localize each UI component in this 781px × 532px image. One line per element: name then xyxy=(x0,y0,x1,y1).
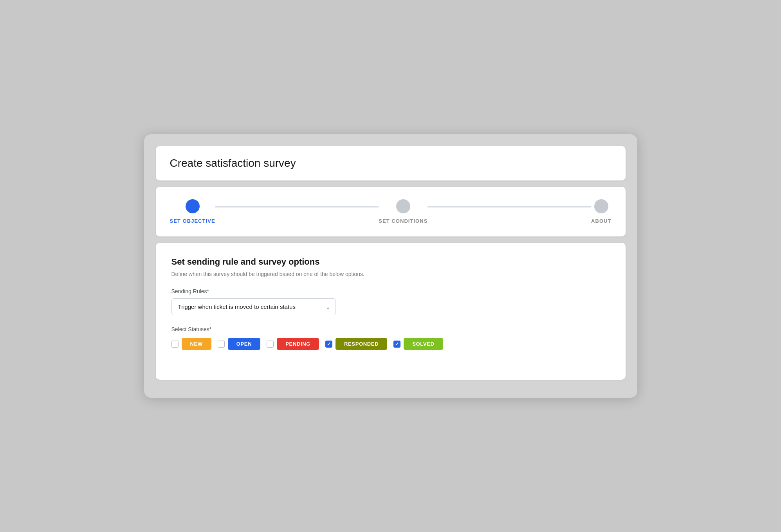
step-line-1 xyxy=(215,206,379,207)
status-checkbox-new[interactable] xyxy=(171,341,179,348)
sending-rules-select-wrapper: Trigger when ticket is moved to certain … xyxy=(171,298,336,315)
status-checkbox-solved[interactable] xyxy=(393,341,400,348)
sending-rules-label: Sending Rules* xyxy=(171,288,610,294)
statuses-row: NEW OPEN PENDING RESPONDED SOLVED xyxy=(171,338,610,350)
status-checkbox-open[interactable] xyxy=(218,341,225,348)
status-item-solved: SOLVED xyxy=(393,338,443,350)
status-checkbox-pending[interactable] xyxy=(267,341,274,348)
form-description: Define when this survey should be trigge… xyxy=(171,271,610,277)
step-2-label: SET CONDITIONS xyxy=(379,218,427,224)
step-2[interactable]: SET CONDITIONS xyxy=(379,199,427,224)
page-title: Create satisfaction survey xyxy=(170,157,611,170)
step-3[interactable]: ABOUT xyxy=(591,199,611,224)
step-1[interactable]: SET OBJECTIVE xyxy=(170,199,215,224)
status-badge-pending[interactable]: PENDING xyxy=(277,338,319,350)
steps-container: SET OBJECTIVE SET CONDITIONS ABOUT xyxy=(170,199,611,224)
status-item-pending: PENDING xyxy=(267,338,319,350)
status-badge-new[interactable]: NEW xyxy=(182,338,211,350)
status-badge-responded[interactable]: RESPONDED xyxy=(335,338,387,350)
step-line-2 xyxy=(427,206,591,207)
header-card: Create satisfaction survey xyxy=(156,146,626,180)
status-item-open: OPEN xyxy=(218,338,260,350)
step-2-circle xyxy=(396,199,410,213)
status-badge-solved[interactable]: SOLVED xyxy=(404,338,443,350)
status-checkbox-responded[interactable] xyxy=(325,341,332,348)
step-1-label: SET OBJECTIVE xyxy=(170,218,215,224)
form-title: Set sending rule and survey options xyxy=(171,257,610,267)
form-card: Set sending rule and survey options Defi… xyxy=(156,243,626,380)
outer-container: Create satisfaction survey SET OBJECTIVE… xyxy=(144,134,637,398)
step-3-circle xyxy=(594,199,608,213)
status-item-responded: RESPONDED xyxy=(325,338,387,350)
select-statuses-group: Select Statuses* NEW OPEN PENDING RESPON… xyxy=(171,326,610,350)
status-item-new: NEW xyxy=(171,338,211,350)
select-statuses-label: Select Statuses* xyxy=(171,326,610,332)
step-3-label: ABOUT xyxy=(591,218,611,224)
sending-rules-select[interactable]: Trigger when ticket is moved to certain … xyxy=(171,298,336,315)
step-1-circle xyxy=(186,199,200,213)
steps-card: SET OBJECTIVE SET CONDITIONS ABOUT xyxy=(156,187,626,236)
status-badge-open[interactable]: OPEN xyxy=(228,338,260,350)
sending-rules-group: Sending Rules* Trigger when ticket is mo… xyxy=(171,288,610,315)
